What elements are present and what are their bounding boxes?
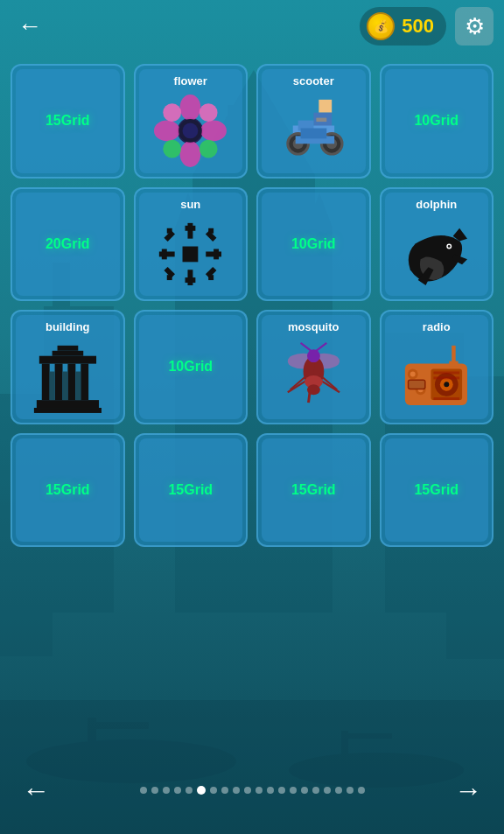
svg-rect-69 xyxy=(42,364,50,401)
card-13[interactable]: 15Grid xyxy=(10,433,125,548)
svg-rect-61 xyxy=(214,249,219,259)
coin-count: 500 xyxy=(402,15,434,38)
next-page-button[interactable]: → xyxy=(446,773,490,808)
flower-image xyxy=(149,89,232,172)
card-16[interactable]: 15Grid xyxy=(380,433,494,548)
coin-icon: 💰 xyxy=(367,12,395,40)
card-10[interactable]: 10Grid xyxy=(134,310,248,424)
svg-rect-56 xyxy=(167,228,172,234)
svg-point-28 xyxy=(154,121,180,142)
card-1[interactable]: 15Grid xyxy=(10,64,125,179)
svg-rect-57 xyxy=(209,228,214,234)
page-dot-18[interactable] xyxy=(346,787,354,794)
card-scooter[interactable]: scooter xyxy=(256,64,371,179)
svg-line-87 xyxy=(300,343,311,351)
svg-rect-104 xyxy=(450,361,458,367)
card-dolphin[interactable]: dolphin xyxy=(380,187,494,302)
svg-rect-66 xyxy=(57,346,78,351)
svg-rect-96 xyxy=(434,372,460,375)
svg-point-31 xyxy=(200,104,218,123)
svg-rect-71 xyxy=(67,364,75,401)
card-14[interactable]: 15Grid xyxy=(134,433,248,548)
page-dot-13[interactable] xyxy=(290,787,297,794)
dolphin-image xyxy=(395,213,478,296)
svg-line-88 xyxy=(316,343,326,351)
card-sun-label: sun xyxy=(180,198,200,211)
mosquito-image xyxy=(272,335,355,418)
page-dot-16[interactable] xyxy=(324,787,331,794)
svg-rect-72 xyxy=(80,364,88,401)
svg-rect-77 xyxy=(75,372,80,401)
page-dot-15[interactable] xyxy=(312,787,319,794)
card-15[interactable]: 15Grid xyxy=(256,433,371,548)
page-dot-5[interactable] xyxy=(197,786,206,795)
card-building[interactable]: building xyxy=(10,310,125,424)
page-dot-2[interactable] xyxy=(163,787,170,794)
svg-rect-75 xyxy=(49,372,54,401)
card-7[interactable]: 10Grid xyxy=(256,187,371,302)
page-dot-14[interactable] xyxy=(301,787,308,794)
page-dot-0[interactable] xyxy=(140,787,147,794)
scooter-image xyxy=(272,89,355,172)
svg-rect-40 xyxy=(316,118,326,122)
card-scooter-label: scooter xyxy=(293,74,334,88)
coins-area: 💰 500 xyxy=(360,7,446,46)
settings-button[interactable]: ⚙ xyxy=(455,7,494,46)
svg-point-26 xyxy=(180,95,201,121)
card-4-text: 10Grid xyxy=(414,113,458,129)
page-dot-1[interactable] xyxy=(151,787,158,794)
sun-image xyxy=(149,213,232,296)
page-dot-7[interactable] xyxy=(221,787,228,794)
page-dot-8[interactable] xyxy=(233,787,240,794)
svg-rect-63 xyxy=(186,277,196,283)
svg-point-32 xyxy=(164,140,182,158)
svg-rect-73 xyxy=(37,400,99,408)
page-dots xyxy=(140,786,365,795)
page-dot-10[interactable] xyxy=(256,787,262,794)
card-building-label: building xyxy=(46,320,90,333)
back-button[interactable]: ← xyxy=(10,7,49,46)
prev-page-button[interactable]: ← xyxy=(14,773,58,808)
card-radio[interactable]: radio xyxy=(380,310,494,424)
card-sun[interactable]: sun xyxy=(134,187,248,302)
svg-rect-36 xyxy=(318,100,332,113)
card-flower-label: flower xyxy=(174,74,207,88)
card-radio-label: radio xyxy=(423,320,451,333)
building-image xyxy=(26,335,109,418)
svg-point-30 xyxy=(164,104,182,123)
left-arrow-icon: ← xyxy=(22,774,50,807)
svg-point-65 xyxy=(448,245,451,248)
top-bar: ← 💰 500 ⚙ xyxy=(0,0,504,53)
card-mosquito[interactable]: mosquito xyxy=(256,310,371,424)
card-14-text: 15Grid xyxy=(168,482,213,498)
card-4[interactable]: 10Grid xyxy=(380,64,494,179)
svg-rect-46 xyxy=(300,129,326,139)
card-1-text: 15Grid xyxy=(46,113,90,129)
svg-rect-68 xyxy=(39,356,96,364)
svg-rect-106 xyxy=(410,381,425,389)
card-flower[interactable]: flower xyxy=(134,64,248,179)
page-dot-12[interactable] xyxy=(278,787,285,794)
card-5[interactable]: 20Grid xyxy=(10,187,125,302)
svg-rect-74 xyxy=(34,408,102,413)
card-10-text: 10Grid xyxy=(168,359,213,375)
svg-point-33 xyxy=(200,140,218,158)
svg-point-90 xyxy=(307,385,320,396)
card-13-text: 15Grid xyxy=(46,482,90,498)
back-arrow-icon: ← xyxy=(18,12,42,40)
svg-rect-58 xyxy=(167,275,172,280)
svg-rect-47 xyxy=(183,246,199,262)
page-dot-6[interactable] xyxy=(210,787,217,794)
page-dot-4[interactable] xyxy=(186,787,192,794)
svg-point-100 xyxy=(410,372,416,377)
svg-rect-62 xyxy=(186,226,196,231)
page-dot-19[interactable] xyxy=(358,787,365,794)
page-dot-17[interactable] xyxy=(335,787,342,794)
page-dot-9[interactable] xyxy=(244,787,251,794)
page-dot-11[interactable] xyxy=(267,787,274,794)
radio-image xyxy=(395,335,478,418)
cards-grid: 15Grid flower xyxy=(0,57,504,554)
svg-point-27 xyxy=(180,142,201,168)
page-dot-3[interactable] xyxy=(174,787,181,794)
svg-point-95 xyxy=(444,382,450,388)
